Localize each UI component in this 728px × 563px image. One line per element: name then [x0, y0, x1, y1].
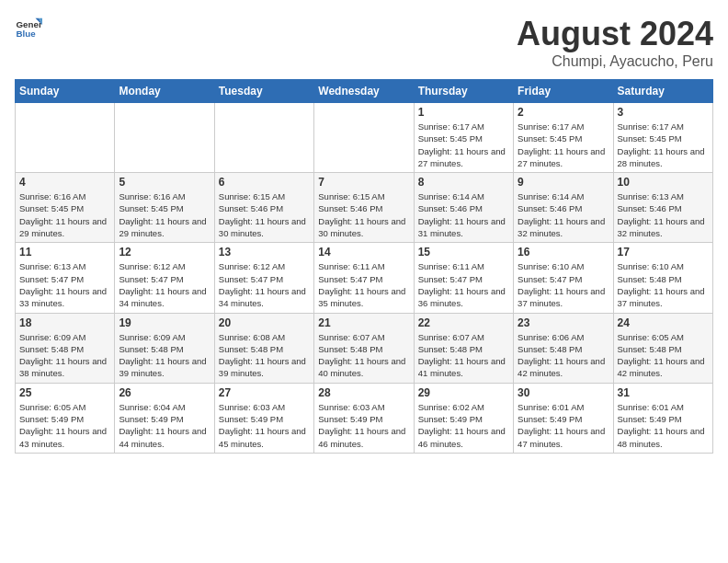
calendar-cell: 27Sunrise: 6:03 AM Sunset: 5:49 PM Dayli… [214, 383, 313, 453]
calendar-cell: 14Sunrise: 6:11 AM Sunset: 5:47 PM Dayli… [314, 243, 414, 313]
day-number: 14 [318, 246, 409, 259]
calendar-cell: 13Sunrise: 6:12 AM Sunset: 5:47 PM Dayli… [214, 243, 313, 313]
calendar-cell: 12Sunrise: 6:12 AM Sunset: 5:47 PM Dayli… [115, 243, 214, 313]
calendar-cell: 2Sunrise: 6:17 AM Sunset: 5:45 PM Daylig… [514, 103, 613, 173]
day-detail: Sunrise: 6:13 AM Sunset: 5:46 PM Dayligh… [618, 190, 709, 239]
day-number: 4 [19, 176, 110, 189]
month-year-title: August 2024 [517, 15, 713, 53]
calendar-week-2: 4Sunrise: 6:16 AM Sunset: 5:45 PM Daylig… [16, 173, 713, 243]
day-number: 27 [219, 386, 310, 399]
day-number: 7 [318, 176, 409, 189]
day-number: 17 [618, 246, 709, 259]
day-number: 1 [418, 106, 509, 119]
day-number: 19 [119, 316, 210, 329]
weekday-header-row: SundayMondayTuesdayWednesdayThursdayFrid… [16, 80, 713, 103]
calendar-cell: 31Sunrise: 6:01 AM Sunset: 5:49 PM Dayli… [613, 383, 712, 453]
day-detail: Sunrise: 6:13 AM Sunset: 5:47 PM Dayligh… [19, 260, 110, 309]
calendar-cell: 18Sunrise: 6:09 AM Sunset: 5:48 PM Dayli… [16, 313, 115, 383]
calendar-cell: 28Sunrise: 6:03 AM Sunset: 5:49 PM Dayli… [314, 383, 414, 453]
calendar-cell: 5Sunrise: 6:16 AM Sunset: 5:45 PM Daylig… [115, 173, 214, 243]
day-detail: Sunrise: 6:08 AM Sunset: 5:48 PM Dayligh… [219, 331, 310, 380]
weekday-header-tuesday: Tuesday [214, 80, 313, 103]
day-detail: Sunrise: 6:15 AM Sunset: 5:46 PM Dayligh… [318, 190, 409, 239]
calendar-cell: 15Sunrise: 6:11 AM Sunset: 5:47 PM Dayli… [414, 243, 513, 313]
logo-icon: General Blue [15, 15, 42, 42]
calendar-cell: 20Sunrise: 6:08 AM Sunset: 5:48 PM Dayli… [214, 313, 313, 383]
calendar-cell: 30Sunrise: 6:01 AM Sunset: 5:49 PM Dayli… [514, 383, 613, 453]
calendar-body: 1Sunrise: 6:17 AM Sunset: 5:45 PM Daylig… [16, 103, 713, 454]
calendar-cell: 3Sunrise: 6:17 AM Sunset: 5:45 PM Daylig… [613, 103, 712, 173]
calendar-cell: 7Sunrise: 6:15 AM Sunset: 5:46 PM Daylig… [314, 173, 414, 243]
day-detail: Sunrise: 6:11 AM Sunset: 5:47 PM Dayligh… [318, 260, 409, 309]
day-number: 29 [418, 386, 509, 399]
svg-text:Blue: Blue [17, 29, 37, 39]
day-number: 21 [318, 316, 409, 329]
day-number: 30 [518, 386, 609, 399]
calendar-cell: 29Sunrise: 6:02 AM Sunset: 5:49 PM Dayli… [414, 383, 513, 453]
day-number: 22 [418, 316, 509, 329]
calendar-cell [115, 103, 214, 173]
calendar-cell: 11Sunrise: 6:13 AM Sunset: 5:47 PM Dayli… [16, 243, 115, 313]
day-number: 5 [119, 176, 210, 189]
day-number: 26 [119, 386, 210, 399]
day-detail: Sunrise: 6:14 AM Sunset: 5:46 PM Dayligh… [418, 190, 509, 239]
weekday-header-saturday: Saturday [613, 80, 712, 103]
day-detail: Sunrise: 6:03 AM Sunset: 5:49 PM Dayligh… [318, 401, 409, 450]
calendar-cell: 24Sunrise: 6:05 AM Sunset: 5:48 PM Dayli… [613, 313, 712, 383]
day-detail: Sunrise: 6:15 AM Sunset: 5:46 PM Dayligh… [219, 190, 310, 239]
weekday-header-wednesday: Wednesday [314, 80, 414, 103]
calendar-cell [214, 103, 313, 173]
day-number: 18 [19, 316, 110, 329]
day-detail: Sunrise: 6:10 AM Sunset: 5:47 PM Dayligh… [518, 260, 609, 309]
weekday-header-thursday: Thursday [414, 80, 513, 103]
day-number: 24 [618, 316, 709, 329]
day-detail: Sunrise: 6:07 AM Sunset: 5:48 PM Dayligh… [318, 331, 409, 380]
calendar-cell: 17Sunrise: 6:10 AM Sunset: 5:48 PM Dayli… [613, 243, 712, 313]
calendar-cell: 9Sunrise: 6:14 AM Sunset: 5:46 PM Daylig… [514, 173, 613, 243]
day-detail: Sunrise: 6:02 AM Sunset: 5:49 PM Dayligh… [418, 401, 509, 450]
day-detail: Sunrise: 6:03 AM Sunset: 5:49 PM Dayligh… [219, 401, 310, 450]
calendar-cell: 10Sunrise: 6:13 AM Sunset: 5:46 PM Dayli… [613, 173, 712, 243]
day-detail: Sunrise: 6:05 AM Sunset: 5:48 PM Dayligh… [618, 331, 709, 380]
weekday-header-friday: Friday [514, 80, 613, 103]
day-number: 12 [119, 246, 210, 259]
calendar-table: SundayMondayTuesdayWednesdayThursdayFrid… [15, 79, 713, 454]
day-detail: Sunrise: 6:09 AM Sunset: 5:48 PM Dayligh… [19, 331, 110, 380]
day-number: 25 [19, 386, 110, 399]
day-number: 3 [618, 106, 709, 119]
calendar-cell: 22Sunrise: 6:07 AM Sunset: 5:48 PM Dayli… [414, 313, 513, 383]
day-detail: Sunrise: 6:17 AM Sunset: 5:45 PM Dayligh… [518, 121, 609, 169]
day-detail: Sunrise: 6:16 AM Sunset: 5:45 PM Dayligh… [119, 190, 210, 239]
day-number: 20 [219, 316, 310, 329]
day-detail: Sunrise: 6:01 AM Sunset: 5:49 PM Dayligh… [618, 401, 709, 450]
day-number: 2 [518, 106, 609, 119]
calendar-cell: 26Sunrise: 6:04 AM Sunset: 5:49 PM Dayli… [115, 383, 214, 453]
logo: General Blue [15, 15, 42, 42]
calendar-cell: 16Sunrise: 6:10 AM Sunset: 5:47 PM Dayli… [514, 243, 613, 313]
day-number: 28 [318, 386, 409, 399]
calendar-cell: 4Sunrise: 6:16 AM Sunset: 5:45 PM Daylig… [16, 173, 115, 243]
day-detail: Sunrise: 6:07 AM Sunset: 5:48 PM Dayligh… [418, 331, 509, 380]
calendar-week-1: 1Sunrise: 6:17 AM Sunset: 5:45 PM Daylig… [16, 103, 713, 173]
day-detail: Sunrise: 6:17 AM Sunset: 5:45 PM Dayligh… [418, 121, 509, 169]
day-number: 23 [518, 316, 609, 329]
day-detail: Sunrise: 6:01 AM Sunset: 5:49 PM Dayligh… [518, 401, 609, 450]
calendar-cell: 8Sunrise: 6:14 AM Sunset: 5:46 PM Daylig… [414, 173, 513, 243]
calendar-cell: 1Sunrise: 6:17 AM Sunset: 5:45 PM Daylig… [414, 103, 513, 173]
day-number: 11 [19, 246, 110, 259]
title-area: August 2024 Chumpi, Ayacucho, Peru [517, 15, 713, 70]
day-detail: Sunrise: 6:16 AM Sunset: 5:45 PM Dayligh… [19, 190, 110, 239]
day-detail: Sunrise: 6:12 AM Sunset: 5:47 PM Dayligh… [219, 260, 310, 309]
calendar-cell: 23Sunrise: 6:06 AM Sunset: 5:48 PM Dayli… [514, 313, 613, 383]
day-number: 6 [219, 176, 310, 189]
page-header: General Blue August 2024 Chumpi, Ayacuch… [15, 15, 713, 70]
day-detail: Sunrise: 6:06 AM Sunset: 5:48 PM Dayligh… [518, 331, 609, 380]
day-number: 16 [518, 246, 609, 259]
location-subtitle: Chumpi, Ayacucho, Peru [517, 53, 713, 70]
calendar-cell: 25Sunrise: 6:05 AM Sunset: 5:49 PM Dayli… [16, 383, 115, 453]
calendar-header: SundayMondayTuesdayWednesdayThursdayFrid… [16, 80, 713, 103]
day-detail: Sunrise: 6:05 AM Sunset: 5:49 PM Dayligh… [19, 401, 110, 450]
day-number: 10 [618, 176, 709, 189]
day-number: 13 [219, 246, 310, 259]
calendar-cell [314, 103, 414, 173]
